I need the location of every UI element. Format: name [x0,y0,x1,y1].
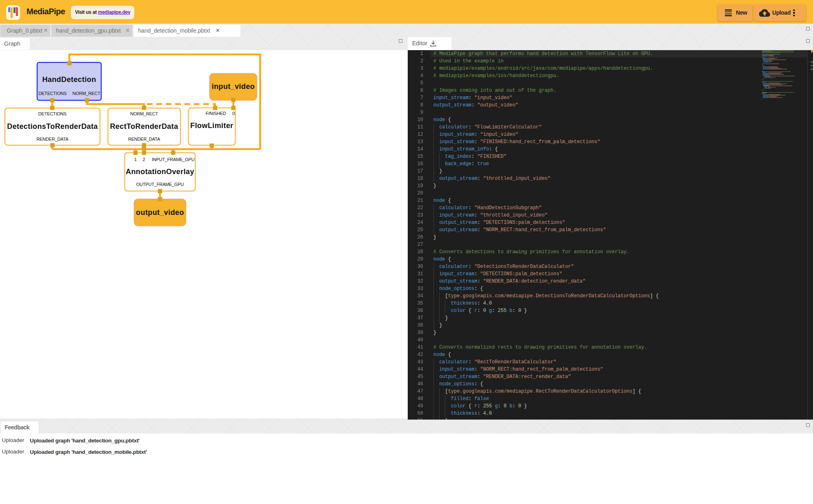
svg-text:NORM_RECT: NORM_RECT [130,111,158,116]
svg-text:OUTPUT_FRAME_GPU: OUTPUT_FRAME_GPU [136,182,184,187]
svg-text:NORM_RECT: NORM_RECT [73,91,100,96]
svg-text:RENDER_DATA: RENDER_DATA [128,137,160,141]
svg-text:DetectionsToRenderData: DetectionsToRenderData [7,122,98,130]
svg-text:input_video: input_video [212,82,255,91]
svg-text:0: 0 [232,111,235,116]
svg-text:DETECTIONS: DETECTIONS [38,91,67,96]
svg-text:RENDER_DATA: RENDER_DATA [36,137,69,141]
svg-text:FlowLimiter: FlowLimiter [190,122,233,130]
svg-text:2: 2 [143,157,145,162]
svg-text:output_video: output_video [136,208,184,217]
svg-text:INPUT_FRAME_GPU: INPUT_FRAME_GPU [152,157,195,162]
svg-text:1: 1 [134,157,137,162]
svg-text:RectToRenderData: RectToRenderData [110,122,178,130]
svg-text:DETECTIONS: DETECTIONS [38,111,67,116]
svg-text:HandDetection: HandDetection [42,75,96,84]
svg-text:AnnotationOverlay: AnnotationOverlay [126,168,194,176]
svg-text:FINISHED: FINISHED [206,111,226,116]
